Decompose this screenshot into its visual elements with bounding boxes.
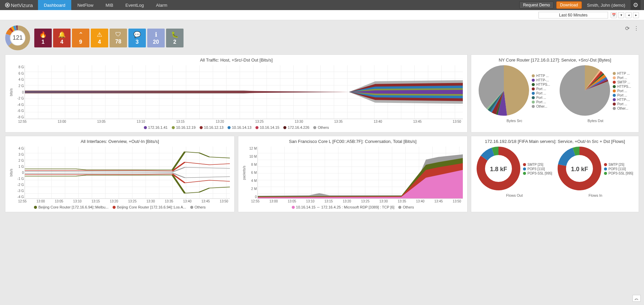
chart-title: NY Core Router [172.16.0.127]: Service, … xyxy=(474,58,636,63)
tile-count: 9 xyxy=(79,39,82,45)
legend-item[interactable]: Port ... xyxy=(532,91,550,95)
donut-center: 1.8 kF xyxy=(490,165,507,173)
legend-item[interactable]: 10.16.12.13 xyxy=(200,125,224,129)
legend-item[interactable]: Beijing Core Router [172.16.6.94]::Melbu… xyxy=(34,205,109,209)
tile-icon: 🔔 xyxy=(58,31,66,38)
tile-icon: ⌃ xyxy=(78,31,83,38)
legend-item[interactable]: POP3-SSL [995] xyxy=(604,171,633,175)
settings-gear-icon[interactable]: ⚙ xyxy=(631,0,641,10)
chart-title: 172.16.192.0/18 [FIFA Main servers]: Ser… xyxy=(474,139,636,144)
tile-icon: 🐛 xyxy=(171,31,178,38)
stat-tile-6[interactable]: ℹ20 xyxy=(147,29,165,47)
brand-logo[interactable]: NetVizura xyxy=(0,2,38,8)
refresh-icon[interactable]: ⟳ xyxy=(625,25,630,32)
legend-item[interactable]: Other... xyxy=(613,107,631,110)
legend-item[interactable]: Beijing Core Router [172.16.6.94]::Los A… xyxy=(113,205,186,209)
stat-tile-2[interactable]: ⌃9 xyxy=(72,29,89,47)
legend-item[interactable]: HTTP ... xyxy=(532,74,550,78)
pie-bytes-src[interactable]: HTTP ...HTTP-...HTTPS...Port ...Port ...… xyxy=(479,65,550,123)
legend-item[interactable]: 10.16.14.13 xyxy=(228,125,251,129)
pie-label: Flows In xyxy=(589,193,602,197)
total-count: 121 xyxy=(11,31,25,45)
nav-netflow[interactable]: NetFlow xyxy=(71,0,99,10)
legend-item[interactable]: SMTP [25] xyxy=(523,163,552,166)
legend-item[interactable]: Port ... xyxy=(532,87,550,91)
topbar: NetVizura Dashboard NetFlow MIB EventLog… xyxy=(0,0,644,10)
legend-item[interactable]: Port ... xyxy=(613,102,631,106)
legend-item[interactable]: Port ... xyxy=(532,100,550,104)
legend-item[interactable]: 172.16.4.226 xyxy=(283,125,309,129)
legend-item[interactable]: 10.16.14.15 ↔ 172.16.4.25 : Microsoft RD… xyxy=(292,205,395,209)
tile-count: 1 xyxy=(42,39,45,45)
legend-item[interactable]: HTTP-... xyxy=(613,98,631,102)
chart-fifa[interactable]: 172.16.192.0/18 [FIFA Main servers]: Ser… xyxy=(471,136,639,212)
y-axis-label: bits/s xyxy=(8,65,14,119)
legend-item[interactable]: Others xyxy=(190,205,206,209)
chart-all-interfaces[interactable]: All Interfaces: Overview, +Out/-In [Bits… xyxy=(5,136,235,212)
legend-item[interactable]: Port ... xyxy=(532,96,550,100)
pie-label: Flows Out xyxy=(506,193,523,197)
chart-title: All Interfaces: Overview, +Out/-In [Bits… xyxy=(8,139,232,144)
dropdown-icon[interactable]: ▾ xyxy=(618,12,624,18)
nav-eventlog[interactable]: EventLog xyxy=(119,0,150,10)
nav-dashboard[interactable]: Dashboard xyxy=(38,0,72,10)
calendar-icon[interactable]: 📅 xyxy=(611,12,617,18)
nav-alarm[interactable]: Alarm xyxy=(150,0,173,10)
legend-item[interactable]: POP3 [110] xyxy=(604,167,633,171)
legend-item[interactable]: HTTPS... xyxy=(532,83,550,86)
legend-item[interactable]: 10.16.14.15 xyxy=(255,125,279,129)
legend-item[interactable]: HTTP-... xyxy=(532,78,550,82)
pie-flows-in[interactable]: 1.0 kFSMTP [25]POP3 [110]POP3-SSL [995]F… xyxy=(558,147,633,197)
legend-item[interactable]: POP3-SSL [995] xyxy=(523,171,552,175)
nav-mib[interactable]: MIB xyxy=(99,0,119,10)
stat-tile-0[interactable]: 🔥1 xyxy=(34,29,52,47)
legend-item[interactable]: Other... xyxy=(532,105,550,108)
plot-area xyxy=(25,147,230,199)
legend-item[interactable]: POP3 [110] xyxy=(523,167,552,171)
total-donut[interactable]: 121 xyxy=(5,25,30,50)
stat-tiles: 🔥1🔔4⌃9⚠4🛡78💬3ℹ20🐛2 xyxy=(34,29,184,47)
legend-item[interactable]: Port ... xyxy=(613,89,631,93)
legend-item[interactable]: SMTP ... xyxy=(613,80,631,84)
pie-label: Bytes Src xyxy=(507,119,522,123)
next-icon[interactable]: ▸ xyxy=(633,12,639,18)
tile-icon: ℹ xyxy=(155,31,157,38)
legend-item[interactable]: Port ... xyxy=(613,93,631,97)
legend-item[interactable]: Others xyxy=(313,125,329,129)
topbar-right: Request Demo Download Smith, John (demo)… xyxy=(519,0,644,10)
time-controls: 📅 ▾ ◂ ▸ xyxy=(611,12,639,18)
user-name[interactable]: Smith, John (demo) xyxy=(585,3,628,8)
stat-tile-5[interactable]: 💬3 xyxy=(128,29,146,47)
legend-item[interactable]: HTTP ... xyxy=(613,72,631,75)
pie-bytes-dst[interactable]: HTTP ...Port ...SMTP ...HTTPS...Port ...… xyxy=(560,65,631,123)
time-range-selector[interactable]: Last 60 Minutes xyxy=(538,12,608,18)
legend-item[interactable]: 10.16.12.19 xyxy=(172,125,196,129)
legend-item[interactable]: SMTP [25] xyxy=(604,163,633,166)
stat-tile-3[interactable]: ⚠4 xyxy=(91,29,108,47)
legend-item[interactable]: Port ... xyxy=(613,76,631,80)
logo-icon xyxy=(5,3,10,7)
y-axis-label: bits/s xyxy=(8,147,14,199)
pie-flows-out[interactable]: 1.8 kFSMTP [25]POP3 [110]POP3-SSL [995]F… xyxy=(477,147,552,197)
legend-item[interactable]: HTTPS... xyxy=(613,85,631,88)
more-icon[interactable]: ⋮ xyxy=(634,25,639,32)
chart-ny-core[interactable]: NY Core Router [172.16.0.127]: Service, … xyxy=(471,54,639,132)
panel-actions: ⟳ ⋮ xyxy=(625,25,639,32)
tile-count: 4 xyxy=(98,39,101,45)
tile-icon: 🛡 xyxy=(115,31,121,38)
tile-icon: 🔥 xyxy=(39,31,47,38)
legend-item[interactable]: Others xyxy=(398,205,414,209)
stats-row: 121 🔥1🔔4⌃9⚠4🛡78💬3ℹ20🐛2 xyxy=(5,25,184,50)
download-button[interactable]: Download xyxy=(556,1,581,9)
stat-tile-1[interactable]: 🔔4 xyxy=(53,29,71,47)
chart-all-traffic[interactable]: All Traffic: Host, +Src/-Dst Out [Bits/s… xyxy=(5,54,468,132)
tile-icon: 💬 xyxy=(133,31,141,38)
legend-item[interactable]: 172.16.1.41 xyxy=(144,125,168,129)
chart-sf-core[interactable]: San Francisco Core L [FC00::A5B:7F]: Con… xyxy=(238,136,468,212)
content: 121 🔥1🔔4⌃9⚠4🛡78💬3ℹ20🐛2 ⟳ ⋮ All Traffic: … xyxy=(0,20,644,217)
stat-tile-7[interactable]: 🐛2 xyxy=(166,29,184,47)
prev-icon[interactable]: ◂ xyxy=(626,12,632,18)
stat-tile-4[interactable]: 🛡78 xyxy=(110,29,127,47)
chart-title: San Francisco Core L [FC00::A5B:7F]: Con… xyxy=(241,139,465,144)
request-demo-button[interactable]: Request Demo xyxy=(519,1,554,9)
